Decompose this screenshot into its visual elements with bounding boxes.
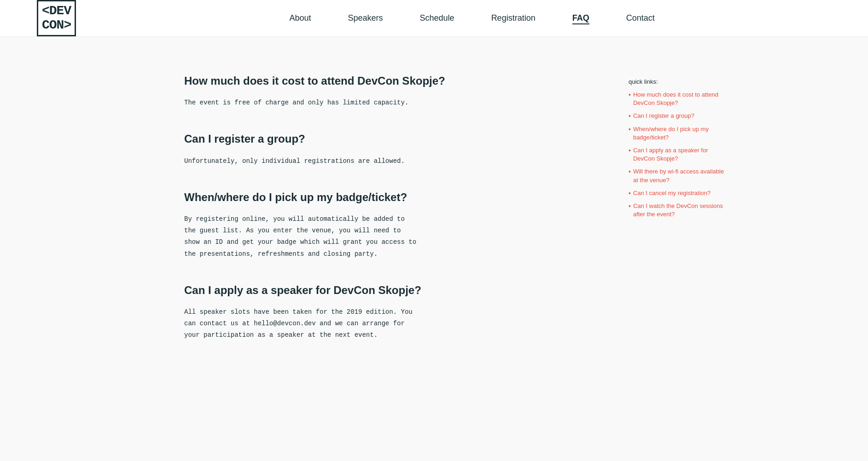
quick-link-item-2: Can I register a group? bbox=[629, 112, 730, 120]
nav-speakers[interactable]: Speakers bbox=[348, 13, 383, 23]
quick-links-list: How much does it cost to attend DevCon S… bbox=[629, 91, 730, 219]
quick-link-5[interactable]: Will there by wi-fi access available at … bbox=[633, 167, 730, 184]
navbar: <DEVCON> About Speakers Schedule Registr… bbox=[0, 0, 868, 37]
faq-answer-3: By registering online, you will automati… bbox=[184, 213, 460, 260]
quick-links-label: quick links: bbox=[629, 78, 730, 85]
faq-content: How much does it cost to attend DevCon S… bbox=[184, 74, 460, 364]
nav-schedule[interactable]: Schedule bbox=[420, 13, 454, 23]
faq-question-3: When/where do I pick up my badge/ticket? bbox=[184, 190, 460, 204]
faq-answer-2: Unfortunately, only individual registrat… bbox=[184, 156, 460, 167]
nav-registration[interactable]: Registration bbox=[491, 13, 536, 23]
faq-question-1: How much does it cost to attend DevCon S… bbox=[184, 74, 460, 88]
nav-about[interactable]: About bbox=[289, 13, 311, 23]
faq-answer-1: The event is free of charge and only has… bbox=[184, 97, 460, 109]
faq-question-2: Can I register a group? bbox=[184, 132, 460, 146]
logo[interactable]: <DEVCON> bbox=[37, 0, 76, 36]
quick-link-7[interactable]: Can I watch the DevCon sessions after th… bbox=[633, 202, 730, 219]
quick-link-item-3: When/where do I pick up my badge/ticket? bbox=[629, 125, 730, 142]
quick-link-2[interactable]: Can I register a group? bbox=[633, 112, 694, 120]
quick-link-item-6: Can I cancel my registration? bbox=[629, 189, 730, 197]
quick-link-1[interactable]: How much does it cost to attend DevCon S… bbox=[633, 91, 730, 107]
nav-links: About Speakers Schedule Registration FAQ… bbox=[113, 13, 831, 23]
nav-faq[interactable]: FAQ bbox=[572, 13, 589, 24]
page-container: How much does it cost to attend DevCon S… bbox=[0, 37, 868, 401]
quick-link-3[interactable]: When/where do I pick up my badge/ticket? bbox=[633, 125, 730, 142]
quick-link-item-5: Will there by wi-fi access available at … bbox=[629, 167, 730, 184]
quick-link-4[interactable]: Can I apply as a speaker for DevCon Skop… bbox=[633, 146, 730, 163]
quick-link-item-4: Can I apply as a speaker for DevCon Skop… bbox=[629, 146, 730, 163]
faq-question-4: Can I apply as a speaker for DevCon Skop… bbox=[184, 283, 460, 297]
quick-link-6[interactable]: Can I cancel my registration? bbox=[633, 189, 711, 197]
faq-item-3: When/where do I pick up my badge/ticket?… bbox=[184, 190, 460, 260]
nav-contact[interactable]: Contact bbox=[626, 13, 655, 23]
faq-item-1: How much does it cost to attend DevCon S… bbox=[184, 74, 460, 109]
faq-item-2: Can I register a group? Unfortunately, o… bbox=[184, 132, 460, 167]
faq-item-4: Can I apply as a speaker for DevCon Skop… bbox=[184, 283, 460, 341]
faq-answer-4: All speaker slots have been taken for th… bbox=[184, 306, 460, 341]
sidebar: quick links: How much does it cost to at… bbox=[629, 74, 730, 364]
quick-link-item-1: How much does it cost to attend DevCon S… bbox=[629, 91, 730, 107]
quick-link-item-7: Can I watch the DevCon sessions after th… bbox=[629, 202, 730, 219]
